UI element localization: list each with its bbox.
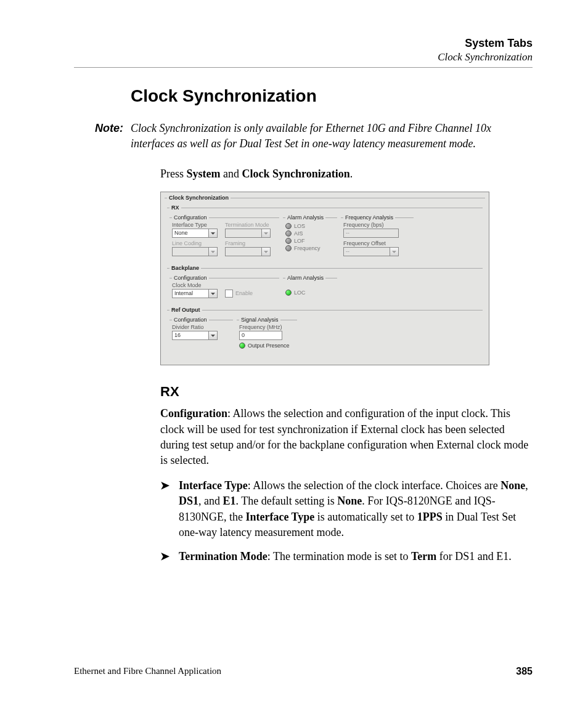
b-none2: None (337, 495, 362, 507)
output-presence-label: Output Presence (248, 343, 290, 349)
config-paragraph: Configuration: Allows the selection and … (160, 406, 533, 468)
interface-type-value: None (172, 229, 209, 238)
t: : The termination mode is set to (267, 550, 411, 562)
page-header: System Tabs Clock Synchronization (74, 37, 533, 68)
chevron-down-icon[interactable] (262, 229, 271, 238)
t: , and (198, 495, 223, 507)
freq-offset-value: -- (343, 247, 390, 256)
clock-sync-panel: Clock Synchronization RX Configuration I… (160, 192, 489, 365)
alarm-frequency: Frequency (285, 245, 335, 251)
page-title: Clock Synchronization (131, 86, 533, 106)
interface-type-dropdown[interactable]: None (172, 229, 221, 238)
alarm-ais-label: AIS (294, 230, 303, 237)
framing-label: Framing (225, 240, 274, 246)
rx-alarm-legend: Alarm Analysis (285, 214, 325, 221)
termination-mode-dropdown[interactable] (225, 229, 274, 238)
termination-mode-value (225, 229, 262, 238)
alarm-loc: LOC (285, 290, 335, 296)
b-1pps: 1PPS (417, 511, 443, 523)
chevron-down-icon[interactable] (209, 247, 218, 256)
freq-mhz-value: 0 (239, 331, 282, 340)
chevron-down-icon[interactable] (390, 247, 399, 256)
page-number: 385 (516, 666, 533, 677)
press-system: System (187, 168, 221, 180)
chevron-down-icon[interactable] (209, 331, 218, 340)
bullet-marker-icon: ➤ (160, 549, 179, 564)
header-subtitle: Clock Synchronization (74, 51, 533, 63)
line-coding-value (172, 247, 209, 256)
chevron-down-icon[interactable] (262, 247, 271, 256)
t: . The default setting is (236, 495, 338, 507)
divider-ratio-value: 16 (172, 331, 209, 340)
press-post: . (350, 168, 353, 180)
led-icon (239, 343, 245, 349)
clock-mode-label: Clock Mode (172, 282, 221, 288)
freq-mhz-field[interactable]: 0 (239, 331, 295, 340)
b-interface-type: Interface Type (179, 479, 248, 492)
termination-mode-label: Termination Mode (225, 222, 274, 228)
led-icon (285, 223, 292, 229)
rx-freq-legend: Frequency Analysis (343, 214, 395, 221)
bullet-text: Interface Type: Allows the selection of … (179, 478, 533, 540)
freq-mhz-label: Frequency (MHz) (239, 324, 295, 330)
freq-offset-field[interactable]: -- (343, 247, 411, 256)
chevron-down-icon[interactable] (209, 289, 218, 298)
t: : Allows the selection of the clock inte… (248, 479, 500, 492)
backplane-fieldset: Backplane Configuration Clock Mode Inter… (167, 265, 483, 304)
press-mid: and (221, 168, 242, 180)
led-icon (285, 245, 292, 251)
rx-freq-fieldset: Frequency Analysis Frequency (bps) -- Fr… (341, 214, 414, 259)
led-icon (285, 230, 292, 237)
interface-type-label: Interface Type (172, 222, 221, 228)
page-footer: Ethernet and Fibre Channel Application 3… (74, 666, 533, 677)
panel-legend: Clock Synchronization (167, 195, 231, 201)
line-coding-dropdown[interactable] (172, 247, 221, 256)
press-pre: Press (160, 168, 187, 180)
divider-ratio-label: Divider Ratio (172, 324, 221, 330)
framing-dropdown[interactable] (225, 247, 274, 256)
alarm-lof-label: LOF (294, 238, 305, 244)
note-label: Note: (74, 121, 131, 152)
ro-signal-legend: Signal Analysis (239, 317, 280, 323)
rx-section-title: RX (160, 384, 533, 400)
bullet-termination-mode: ➤ Termination Mode: The termination mode… (160, 549, 533, 564)
note-block: Note: Clock Synchronization is only avai… (74, 121, 533, 152)
ro-signal-fieldset: Signal Analysis Frequency (MHz) 0 Output… (237, 317, 297, 352)
freq-bps-label: Frequency (bps) (343, 222, 411, 228)
rx-config-fieldset: Configuration Interface Type None (169, 214, 279, 259)
ro-config-legend: Configuration (172, 317, 209, 323)
rx-config-legend: Configuration (172, 214, 209, 221)
bp-alarm-fieldset: Alarm Analysis LOC (283, 275, 337, 301)
b-term: Term (411, 550, 436, 562)
bullet-marker-icon: ➤ (160, 478, 179, 540)
framing-value (225, 247, 262, 256)
t: , (525, 479, 528, 492)
press-clocksync: Clock Synchronization (242, 168, 350, 180)
enable-checkbox[interactable]: Enable (225, 290, 253, 298)
bullet-text: Termination Mode: The termination mode i… (179, 549, 512, 564)
refout-legend: Ref Output (169, 307, 202, 313)
footer-left: Ethernet and Fibre Channel Application (74, 666, 221, 677)
config-para-label: Configuration (160, 407, 227, 420)
b-none: None (500, 479, 525, 492)
alarm-loc-label: LOC (294, 290, 306, 296)
enable-label: Enable (235, 290, 253, 296)
t: is automatically set to (314, 511, 417, 523)
output-presence: Output Presence (239, 343, 295, 349)
chevron-down-icon[interactable] (209, 229, 218, 238)
b-termination-mode: Termination Mode (179, 550, 267, 562)
rx-legend: RX (169, 205, 181, 211)
divider-ratio-dropdown[interactable]: 16 (172, 331, 221, 340)
checkbox-icon (225, 290, 233, 298)
freq-offset-label: Frequency Offset (343, 240, 411, 246)
t: for DS1 and E1. (436, 550, 511, 562)
clock-mode-dropdown[interactable]: Internal (172, 289, 221, 298)
bullet-interface-type: ➤ Interface Type: Allows the selection o… (160, 478, 533, 540)
rx-fieldset: RX Configuration Interface Type None (167, 205, 483, 262)
bp-config-legend: Configuration (172, 275, 209, 281)
panel-fieldset: Clock Synchronization RX Configuration I… (165, 195, 485, 360)
alarm-los-label: LOS (294, 223, 305, 229)
freq-bps-field[interactable]: -- (343, 229, 411, 238)
b-iftype2: Interface Type (245, 511, 314, 523)
bp-alarm-legend: Alarm Analysis (285, 275, 325, 281)
